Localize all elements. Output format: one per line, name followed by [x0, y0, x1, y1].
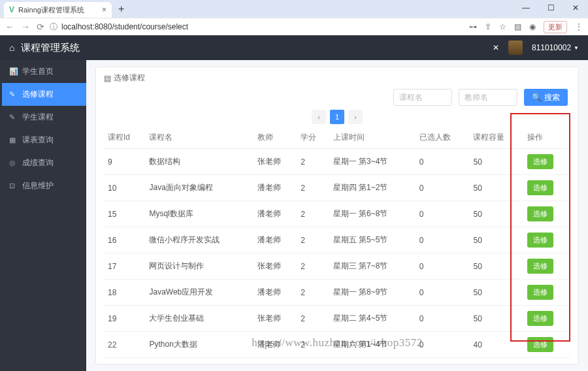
- cell-time: 星期三 第7~8节: [329, 253, 416, 280]
- user-id: 811010002: [532, 43, 571, 52]
- tab-title: Rainng课程管理系统: [18, 5, 98, 15]
- table-row: 22Python大数据潘老师2星期六 第1~4节040选修: [104, 332, 570, 358]
- home-icon[interactable]: ⌂: [9, 42, 14, 53]
- table-row: 18JavaWeb应用开发潘老师2星期一 第8~9节050选修: [104, 280, 570, 306]
- app-title: 课程管理系统: [21, 42, 80, 54]
- profile-icon[interactable]: ◉: [529, 22, 536, 31]
- site-info-icon[interactable]: ⓘ: [50, 22, 57, 33]
- forward-button[interactable]: →: [21, 22, 30, 32]
- select-button[interactable]: 选修: [527, 180, 553, 195]
- breadcrumb-icon: ▤: [104, 74, 111, 83]
- select-button[interactable]: 选修: [527, 154, 553, 169]
- pagination: ‹ 1 ›: [104, 110, 570, 124]
- course-table: 课程Id 课程名 教师 学分 上课时间 已选人数 课程容量 操作 9数据结构张老…: [104, 127, 570, 358]
- course-name-input[interactable]: [393, 89, 452, 106]
- sidebar: 📊学生首页✎选修课程✎学生课程▦课表查询◎成绩查询⊡信息维护: [0, 60, 86, 371]
- minimize-button[interactable]: —: [514, 0, 538, 16]
- cell-selected: 0: [416, 253, 470, 280]
- sidebar-label: 学生课程: [22, 112, 54, 123]
- sidebar-icon: ✎: [9, 113, 17, 121]
- pager-page-1[interactable]: 1: [330, 110, 344, 124]
- cell-name: Python大数据: [145, 332, 253, 358]
- password-icon[interactable]: ⊶: [469, 22, 477, 31]
- sidebar-icon: ▦: [9, 136, 17, 144]
- cell-credit: 2: [297, 332, 329, 358]
- cell-credit: 2: [297, 227, 329, 253]
- cell-credit: 2: [297, 253, 329, 280]
- sidebar-icon: ⊡: [9, 182, 17, 190]
- avatar[interactable]: [508, 40, 523, 55]
- cell-teacher: 张老师: [253, 149, 297, 175]
- cell-teacher: 潘老师: [253, 201, 297, 227]
- favicon-icon: V: [9, 5, 14, 14]
- cell-capacity: 40: [469, 332, 523, 358]
- breadcrumb-text: 选修课程: [114, 73, 145, 84]
- select-button[interactable]: 选修: [527, 311, 553, 326]
- cell-time: 星期五 第5~5节: [329, 227, 416, 253]
- select-button[interactable]: 选修: [527, 285, 553, 300]
- sidebar-item-3[interactable]: ▦课表查询: [0, 129, 86, 152]
- cell-name: 网页设计与制作: [145, 253, 253, 280]
- maximize-button[interactable]: ☐: [538, 0, 563, 16]
- reload-button[interactable]: ⟳: [37, 22, 44, 32]
- col-selected: 已选人数: [416, 127, 470, 149]
- cell-credit: 2: [297, 175, 329, 201]
- cell-name: JavaWeb应用开发: [145, 280, 253, 306]
- chevron-down-icon: ▼: [574, 45, 579, 51]
- table-row: 10Java面向对象编程潘老师2星期四 第1~2节050选修: [104, 175, 570, 201]
- cell-op: 选修: [523, 332, 570, 358]
- sidebar-item-1[interactable]: ✎选修课程: [0, 83, 86, 106]
- cell-teacher: 潘老师: [253, 332, 297, 358]
- new-tab-button[interactable]: +: [118, 3, 124, 15]
- cell-capacity: 50: [469, 280, 523, 306]
- select-button[interactable]: 选修: [527, 233, 553, 248]
- url-field[interactable]: ⓘ localhost:8080/student/course/select: [50, 22, 464, 33]
- fullscreen-icon[interactable]: ✕: [493, 43, 499, 52]
- cell-selected: 0: [416, 227, 470, 253]
- back-button[interactable]: ←: [5, 22, 14, 32]
- search-button[interactable]: 🔍 搜索: [524, 89, 568, 106]
- share-icon[interactable]: ⇪: [485, 22, 491, 31]
- close-window-button[interactable]: ✕: [563, 0, 588, 16]
- col-op: 操作: [523, 127, 570, 149]
- cell-op: 选修: [523, 201, 570, 227]
- cell-capacity: 50: [469, 306, 523, 332]
- menu-icon[interactable]: ⋮: [575, 22, 583, 31]
- sidebar-item-2[interactable]: ✎学生课程: [0, 106, 86, 129]
- cell-teacher: 潘老师: [253, 227, 297, 253]
- cell-id: 18: [104, 280, 145, 306]
- sidebar-item-0[interactable]: 📊学生首页: [0, 60, 86, 83]
- bookmark-icon[interactable]: ☆: [499, 22, 506, 31]
- user-menu[interactable]: 811010002 ▼: [532, 43, 579, 52]
- pager-prev[interactable]: ‹: [312, 110, 326, 124]
- search-controls: 🔍 搜索: [104, 89, 570, 106]
- teacher-name-input[interactable]: [459, 89, 517, 106]
- table-row: 16微信小程序开发实战潘老师2星期五 第5~5节050选修: [104, 227, 570, 253]
- select-button[interactable]: 选修: [527, 259, 553, 274]
- sidebar-label: 信息维护: [22, 180, 54, 191]
- cell-name: 大学生创业基础: [145, 306, 253, 332]
- col-credit: 学分: [297, 127, 329, 149]
- address-bar: ← → ⟳ ⓘ localhost:8080/student/course/se…: [0, 18, 588, 35]
- sidebar-item-5[interactable]: ⊡信息维护: [0, 174, 86, 197]
- cell-selected: 0: [416, 306, 470, 332]
- cell-selected: 0: [416, 175, 470, 201]
- cell-selected: 0: [416, 280, 470, 306]
- cell-name: Mysql数据库: [145, 201, 253, 227]
- table-row: 19大学生创业基础张老师2星期二 第4~5节050选修: [104, 306, 570, 332]
- extensions-icon[interactable]: ▤: [514, 22, 521, 31]
- sidebar-item-4[interactable]: ◎成绩查询: [0, 152, 86, 174]
- browser-tab[interactable]: V Rainng课程管理系统 ×: [4, 2, 112, 18]
- cell-op: 选修: [523, 227, 570, 253]
- update-button[interactable]: 更新: [544, 21, 567, 33]
- cell-id: 15: [104, 201, 145, 227]
- select-button[interactable]: 选修: [527, 337, 553, 352]
- cell-teacher: 潘老师: [253, 175, 297, 201]
- close-icon[interactable]: ×: [102, 5, 106, 14]
- pager-next[interactable]: ›: [348, 110, 363, 124]
- cell-time: 星期一 第6~8节: [329, 201, 416, 227]
- url-text: localhost:8080/student/course/select: [61, 22, 188, 31]
- sidebar-label: 选修课程: [22, 89, 54, 100]
- cell-capacity: 50: [469, 149, 523, 175]
- select-button[interactable]: 选修: [527, 206, 553, 221]
